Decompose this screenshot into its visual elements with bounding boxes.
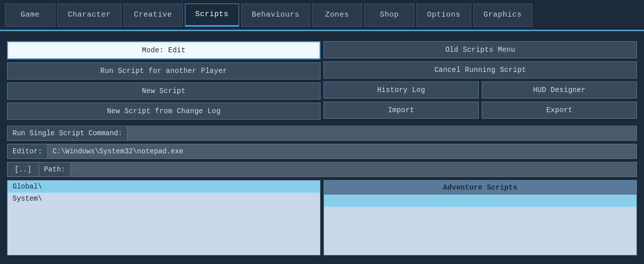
tab-behaviours[interactable]: Behaviours <box>241 4 310 27</box>
command-label: Run Single Script Command: <box>7 126 128 141</box>
tab-creative[interactable]: Creative <box>124 4 183 27</box>
new-script-change-log-button[interactable]: New Script from Change Log <box>7 103 320 120</box>
tab-scripts[interactable]: Scripts <box>185 4 240 27</box>
tab-options[interactable]: Options <box>416 4 471 27</box>
right-list-body <box>324 207 636 255</box>
list-item[interactable]: System\ <box>8 193 320 205</box>
path-row: [..] Path: <box>7 162 637 177</box>
cancel-running-script-button[interactable]: Cancel Running Script <box>324 61 637 78</box>
command-input[interactable] <box>128 126 637 141</box>
run-script-another-button[interactable]: Run Script for another Player <box>7 62 320 79</box>
editor-value: C:\Windows\System32\notepad.exe <box>48 144 637 159</box>
history-log-button[interactable]: History Log <box>324 81 479 99</box>
editor-label: Editor: <box>7 144 48 159</box>
tab-character[interactable]: Character <box>57 4 122 27</box>
export-button[interactable]: Export <box>482 102 637 119</box>
right-file-list: Adventure Scripts <box>324 180 637 255</box>
tab-game[interactable]: Game <box>5 4 55 27</box>
hud-designer-button[interactable]: HUD Designer <box>482 81 637 99</box>
new-script-button[interactable]: New Script <box>7 82 320 100</box>
left-file-list: Global\ System\ <box>7 180 320 255</box>
left-list-body <box>8 205 320 255</box>
history-hud-row: History Log HUD Designer <box>324 81 637 99</box>
path-value <box>71 162 637 177</box>
command-row: Run Single Script Command: <box>7 126 637 141</box>
list-item[interactable]: Global\ <box>8 181 320 193</box>
mode-edit-button[interactable]: Mode: Edit <box>7 41 320 59</box>
path-dotdot-button[interactable]: [..] <box>7 162 39 177</box>
path-label: Path: <box>39 162 71 177</box>
right-column: Old Scripts Menu Cancel Running Script H… <box>324 41 637 120</box>
tab-graphics[interactable]: Graphics <box>473 4 532 27</box>
nav-bar: Game Character Creative Scripts Behaviou… <box>0 0 644 31</box>
main-content: Mode: Edit Run Script for another Player… <box>0 31 644 255</box>
adventure-scripts-header: Adventure Scripts <box>324 181 636 195</box>
right-selected-row[interactable] <box>324 195 636 207</box>
tab-zones[interactable]: Zones <box>312 4 362 27</box>
editor-row: Editor: C:\Windows\System32\notepad.exe <box>7 144 637 159</box>
file-lists: Global\ System\ Adventure Scripts <box>7 180 637 255</box>
tab-shop[interactable]: Shop <box>364 4 414 27</box>
old-scripts-menu-button[interactable]: Old Scripts Menu <box>324 41 637 58</box>
left-column: Mode: Edit Run Script for another Player… <box>7 41 320 120</box>
import-export-row: Import Export <box>324 102 637 119</box>
import-button[interactable]: Import <box>324 102 479 119</box>
buttons-grid: Mode: Edit Run Script for another Player… <box>0 35 644 126</box>
